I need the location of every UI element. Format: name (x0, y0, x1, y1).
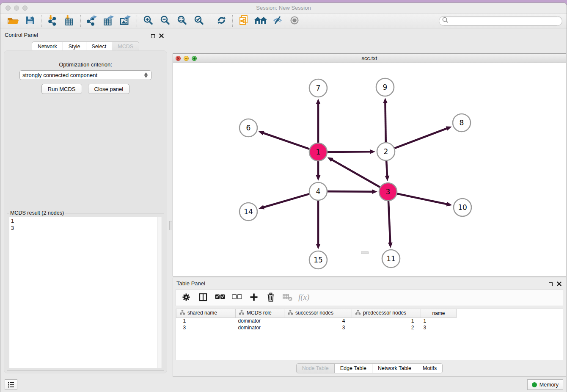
result-scrollbar[interactable] (157, 217, 162, 368)
search-box[interactable] (439, 16, 562, 26)
horizontal-splitter-handle[interactable] (169, 221, 172, 230)
criterion-select[interactable]: strongly connected component (19, 70, 151, 80)
toolbar-separator (80, 15, 81, 27)
cell-successor-nodes[interactable]: 3 (284, 324, 352, 331)
run-mcds-button[interactable]: Run MCDS (41, 84, 82, 94)
cell-predecessor-nodes[interactable]: 2 (352, 324, 421, 331)
mcds-result-title: MCDS result (2 nodes) (9, 210, 65, 216)
cell-MCDS-role[interactable]: dominator (236, 324, 284, 331)
column-type-icon (288, 310, 293, 316)
deselect-all-button[interactable] (230, 291, 244, 304)
network-canvas[interactable]: 7968124314101511 (173, 63, 566, 276)
add-column-button[interactable] (247, 291, 261, 304)
close-panel-icon[interactable] (159, 32, 164, 40)
edge-arrowhead (316, 244, 321, 249)
home-layout-icon (254, 15, 267, 27)
close-table-panel-icon[interactable] (557, 280, 561, 288)
cell-shared-name[interactable]: 3 (176, 324, 236, 331)
edge-4-14[interactable] (263, 194, 309, 207)
edge-3-10[interactable] (397, 194, 448, 204)
column-header-successor-nodes[interactable]: successor nodes (284, 309, 352, 317)
copy-network-button[interactable] (235, 14, 252, 27)
network-window-title: scc.txt (173, 55, 566, 61)
export-network-icon (86, 15, 97, 27)
refresh-layout-icon (216, 15, 227, 27)
network-graph[interactable]: 7968124314101511 (173, 63, 566, 277)
edge-3-11[interactable] (388, 201, 390, 243)
edge-arrowhead (316, 175, 321, 181)
export-network-button[interactable] (83, 14, 100, 27)
network-view-window: scc.txt 7968124314101511 (173, 53, 566, 276)
edge-1-2[interactable] (328, 152, 371, 152)
vertical-splitter-handle[interactable] (361, 251, 369, 254)
zoom-fit-button[interactable] (173, 14, 190, 27)
cell-MCDS-role[interactable]: dominator (236, 317, 284, 324)
float-table-panel-icon[interactable] (549, 282, 553, 286)
export-image-button[interactable] (117, 14, 134, 27)
edge-2-9[interactable] (385, 102, 385, 142)
save-session-button[interactable] (22, 14, 39, 27)
column-header-shared-name[interactable]: shared name (176, 309, 236, 317)
cell-name[interactable]: 1 (421, 317, 457, 324)
home-layout-button[interactable] (252, 14, 269, 27)
edge-2-8[interactable] (395, 128, 448, 148)
cell-name[interactable]: 3 (421, 324, 457, 331)
column-header-name[interactable]: name (421, 309, 457, 317)
edge-1-6[interactable] (263, 133, 309, 149)
zoom-selected-button[interactable] (190, 14, 207, 27)
hide-panel-button[interactable] (269, 14, 286, 27)
node-label-14: 14 (244, 207, 253, 216)
mcds-result-text[interactable]: 1 3 (9, 217, 162, 368)
column-manager-button[interactable] (196, 291, 210, 304)
tab-edge-table[interactable]: Edge Table (335, 363, 372, 373)
network-window-titlebar[interactable]: scc.txt (173, 54, 566, 63)
tab-node-table[interactable]: Node Table (296, 363, 335, 373)
memory-button[interactable]: Memory (527, 379, 563, 390)
application-window: Session: New Session Control Panel Netwo… (0, 3, 567, 392)
toolbar-separator (210, 15, 210, 27)
mcds-result-group: MCDS result (2 nodes) 1 3 (7, 210, 164, 370)
column-type-icon (180, 310, 185, 316)
edge-4-3[interactable] (328, 191, 373, 192)
edge-arrowhead (316, 99, 321, 104)
save-session-icon (25, 15, 35, 27)
node-label-11: 11 (386, 254, 396, 263)
refresh-layout-button[interactable] (213, 14, 230, 27)
svg-text:f(x): f(x) (298, 293, 309, 302)
cell-successor-nodes[interactable]: 4 (284, 317, 352, 324)
node-label-1: 1 (316, 148, 321, 156)
select-all-button[interactable] (213, 291, 227, 304)
table-toolbar: f(x) (176, 289, 563, 306)
import-table-button[interactable] (61, 14, 78, 27)
cell-predecessor-nodes[interactable]: 1 (352, 317, 421, 324)
close-panel-button[interactable]: Close panel (88, 84, 130, 94)
float-panel-icon[interactable] (151, 34, 155, 38)
task-history-button[interactable] (5, 379, 17, 390)
zoom-out-icon (160, 15, 170, 27)
search-input[interactable] (449, 17, 562, 25)
add-column-icon (250, 293, 258, 303)
tab-network-table[interactable]: Network Table (372, 363, 417, 373)
cell-shared-name[interactable]: 1 (176, 317, 236, 324)
node-label-15: 15 (314, 256, 323, 264)
column-header-predecessor-nodes[interactable]: predecessor nodes (352, 309, 421, 317)
open-file-icon (8, 15, 19, 27)
zoom-selected-icon (194, 15, 204, 27)
table-row[interactable]: 3dominator323 (176, 324, 457, 331)
function-builder-button: f(x) (298, 291, 311, 304)
tab-motifs[interactable]: Motifs (417, 363, 443, 373)
column-header-MCDS-role[interactable]: MCDS role (236, 309, 284, 317)
delete-column-button[interactable] (264, 291, 278, 304)
edge-arrowhead (446, 202, 452, 207)
edge-2-3[interactable] (386, 161, 387, 177)
table-settings-button[interactable] (179, 291, 193, 304)
zoom-out-button[interactable] (157, 14, 173, 27)
edge-3-1[interactable] (331, 160, 380, 187)
import-network-button[interactable] (44, 14, 61, 27)
export-table-button[interactable] (100, 14, 117, 27)
table-row[interactable]: 1dominator411 (176, 317, 457, 324)
delete-column-icon (267, 293, 275, 303)
control-panel-title: Control Panel (5, 32, 38, 38)
open-file-button[interactable] (5, 14, 22, 27)
zoom-in-button[interactable] (140, 14, 157, 27)
